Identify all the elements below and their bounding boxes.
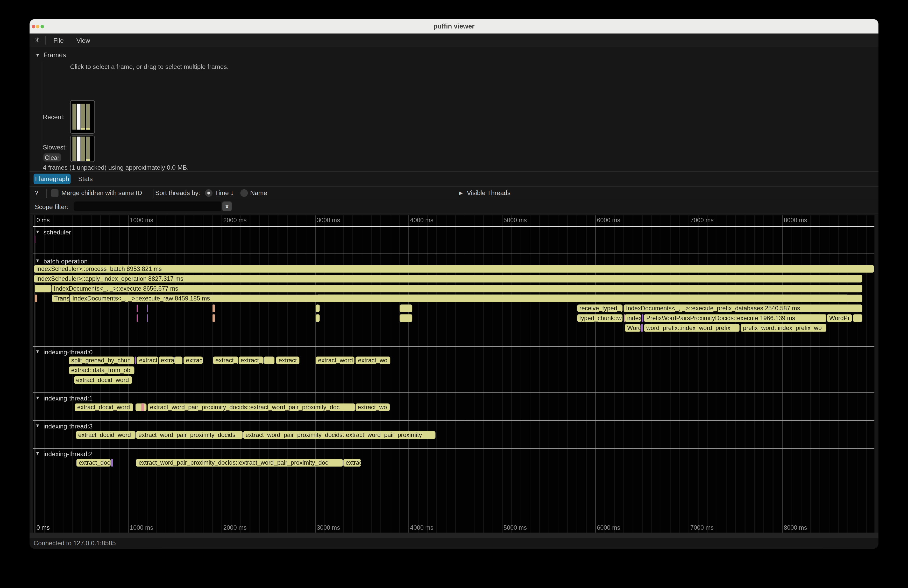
flamegraph-bar[interactable]: WordPr [827,314,852,321]
help-icon[interactable]: ? [35,190,39,196]
flamegraph-bar[interactable] [213,304,214,312]
frames-panel: ▼ Frames Click to select a frame, or dra… [29,47,879,171]
sort-time-label[interactable]: Time [215,190,229,196]
flamegraph-bar[interactable] [135,356,136,364]
sort-direction-arrow-icon[interactable]: ↓ [230,190,233,196]
flamegraph-bar[interactable]: IndexDocuments<_, _>::execute_raw 8459.1… [70,294,862,302]
flamegraph-bar[interactable]: extra [158,356,174,364]
flamegraph-bar[interactable]: index [625,314,641,321]
flamegraph-bar[interactable]: extract_word [316,356,355,364]
thread-header[interactable]: ▼indexing-thread:2 [35,450,92,457]
tab-flamegraph[interactable]: Flamegraph [34,174,71,184]
sort-name-label[interactable]: Name [250,190,267,196]
flamegraph-bar[interactable] [136,304,137,312]
flamegraph-bar[interactable]: extract_word_pair_proximity_docids::extr… [148,403,355,411]
flamegraph-bar[interactable]: extract_docid_word [74,376,132,383]
tab-stats[interactable]: Stats [78,174,93,184]
merge-children-checkbox[interactable] [51,190,59,197]
flamegraph-bar[interactable] [399,314,412,321]
flamegraph-bar[interactable]: extract_word_pair_proximity_docids::extr… [243,431,436,439]
title-bar[interactable]: puffin viewer [29,19,879,34]
theme-toggle-icon[interactable]: ✳ [35,37,40,44]
flamegraph-bar[interactable]: extract [137,356,158,364]
flamegraph-bar[interactable] [35,284,50,292]
divider [29,214,879,214]
flamegraph-bar[interactable]: IndexScheduler>::apply_index_operation 8… [34,275,862,282]
clear-filter-button[interactable]: x [222,201,232,211]
flamegraph-bar[interactable] [135,403,147,411]
flamegraph-bar[interactable] [142,403,144,411]
flamegraph-bar[interactable] [641,324,642,331]
flamegraph-bar[interactable] [642,314,643,321]
flamegraph-bar[interactable] [174,356,182,364]
menu-file[interactable]: File [47,37,70,44]
recent-frames-thumbnail[interactable] [70,100,95,133]
sort-name-radio[interactable] [240,190,248,197]
flamegraph-bar[interactable]: extract [276,356,299,364]
flamegraph-bar[interactable]: split_grenad_by_chun [69,356,135,364]
flamegraph-bar[interactable]: extract::data_from_ob [69,366,135,374]
flamegraph-bar[interactable]: extrac [343,459,361,466]
clear-button[interactable]: Clear [43,153,61,161]
flamegraph-controls: ? Merge children with same ID Sort threa… [29,187,879,200]
flamegraph-bar[interactable] [264,356,274,364]
flamegraph-bar[interactable] [35,294,37,302]
flamegraph-bar[interactable]: Trans [52,294,69,302]
scope-filter-input[interactable] [74,201,221,211]
flamegraph-bar[interactable]: PrefixWordPairsProximityDocids::execute … [644,314,826,321]
flamegraph-bar[interactable]: typed_chunk::w [577,314,622,321]
slowest-frames-thumbnail[interactable] [70,135,95,162]
frame-bar[interactable] [81,137,85,161]
flamegraph-bar[interactable]: prefix_word::index_prefix_wo [741,324,826,331]
flamegraph-bar[interactable] [111,459,113,466]
flamegraph-bar[interactable]: word_prefix::index_word_prefix_ [644,324,740,331]
frame-bar[interactable] [72,137,76,161]
app-window: puffin viewer ✳ File View ▼ Frames Click… [29,19,879,549]
frames-collapsible-header[interactable]: ▼ Frames [35,51,66,59]
frame-bar[interactable] [72,104,76,129]
frame-bar[interactable] [86,104,90,129]
axis-tick-label: 1000 ms [130,524,153,531]
thread-header[interactable]: ▼batch-operation [35,257,88,265]
frame-bar[interactable] [86,137,90,161]
sort-time-radio[interactable] [205,190,213,197]
flamegraph-bar[interactable]: extract_doc [76,459,110,466]
frame-bar[interactable] [81,104,85,129]
flamegraph-bar[interactable]: extract_ [213,356,238,364]
flamegraph-bar[interactable]: extract_word_pair_proximity_docids [136,431,243,439]
flamegraph-bar[interactable] [34,236,35,243]
frame-bar-selected[interactable] [77,104,80,129]
flamegraph-bar[interactable]: IndexDocuments<_, _>::execute 8656.677 m… [52,284,862,292]
flamegraph-canvas[interactable]: 0 ms1000 ms2000 ms3000 ms4000 ms5000 ms6… [33,215,874,533]
flamegraph-bar[interactable]: extract_docid_word [75,403,133,411]
frames-header-label: Frames [43,51,66,59]
flamegraph-bar[interactable]: extrac [184,356,203,364]
flamegraph-bar[interactable] [316,314,320,321]
flamegraph-bar[interactable]: extract_ [238,356,263,364]
flamegraph-bar[interactable]: receive_typed_ [577,304,622,312]
flamegraph-bar[interactable]: Word [625,324,640,331]
flamegraph-bar[interactable] [399,304,412,312]
flamegraph-bar[interactable] [316,304,320,312]
flamegraph-bar[interactable]: IndexScheduler>::process_batch 8953.821 … [34,265,874,272]
visible-threads-header[interactable]: ▶ Visible Threads [459,190,510,196]
thread-header[interactable]: ▼scheduler [35,228,71,235]
flamegraph-bar[interactable]: extract_word_pair_proximity_docids::extr… [136,459,343,466]
flamegraph-bar[interactable]: extract_docid_word [76,431,135,439]
flamegraph-bar[interactable]: extract_wo [356,356,390,364]
flamegraph-bar[interactable] [136,314,137,321]
radio-dot [207,192,210,194]
flamegraph-bar[interactable] [213,314,214,321]
frame-bar-selected[interactable] [77,137,80,161]
flamegraph-bar[interactable] [147,314,147,321]
thread-name: indexing-thread:3 [43,422,92,429]
thread-header[interactable]: ▼indexing-thread:1 [35,394,92,402]
thread-header[interactable]: ▼indexing-thread:0 [35,348,92,355]
flamegraph-bar[interactable] [147,304,147,312]
thread-header[interactable]: ▼indexing-thread:3 [35,422,92,429]
menu-view[interactable]: View [70,37,97,44]
triangle-down-icon: ▼ [35,451,40,456]
flamegraph-bar[interactable]: extract_wo [355,403,390,411]
flamegraph-bar[interactable] [853,314,862,321]
flamegraph-bar[interactable]: IndexDocuments<_, _>::execute_prefix_dat… [624,304,862,312]
